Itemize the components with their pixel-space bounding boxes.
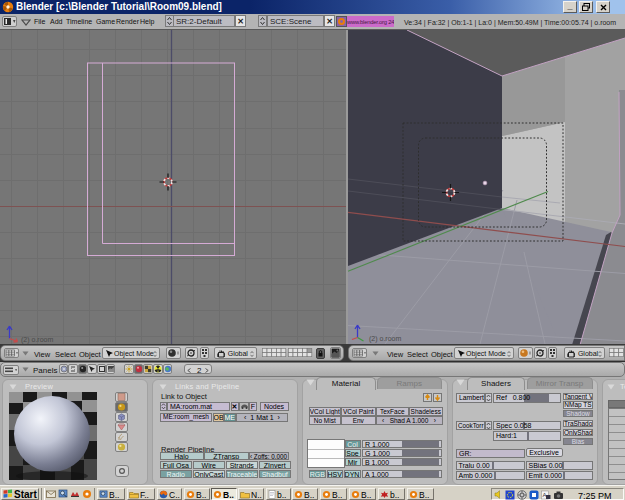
svg-text:(2) o.room: (2) o.room — [369, 335, 401, 343]
svg-text:A: A — [543, 492, 547, 498]
svg-text:(2) o.room: (2) o.room — [21, 336, 53, 344]
